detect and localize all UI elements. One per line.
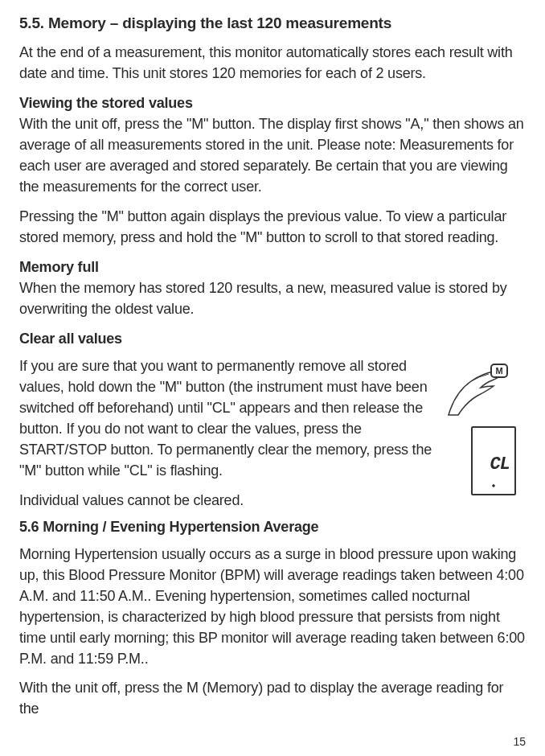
device-display-icon: CL ⬥	[471, 426, 516, 495]
section-heading-5-5: 5.5. Memory – displaying the last 120 me…	[19, 14, 526, 32]
intro-paragraph-5-5: At the end of a measurement, this monito…	[19, 42, 526, 84]
clear-all-values-heading: Clear all values	[19, 331, 526, 347]
viewing-stored-values-heading: Viewing the stored values	[19, 95, 526, 112]
viewing-paragraph-1: With the unit off, press the "M" button.…	[19, 113, 526, 197]
finger-pressing-icon	[447, 360, 526, 417]
section-heading-5-6: 5.6 Morning / Evening Hypertension Avera…	[19, 519, 526, 536]
memory-full-heading: Memory full	[19, 259, 526, 276]
display-indicator-icon: ⬥	[491, 480, 496, 489]
m-button-icon: M	[490, 364, 508, 378]
clear-paragraph-2: Individual values cannot be cleared.	[19, 490, 437, 511]
display-cl-text: CL	[490, 454, 510, 475]
viewing-paragraph-2: Pressing the "M" button again displays t…	[19, 206, 526, 248]
clear-paragraph-1: If you are sure that you want to permane…	[19, 355, 437, 482]
page-number: 15	[513, 735, 526, 748]
text-5-6-paragraph-2: With the unit off, press the M (Memory) …	[19, 677, 526, 719]
memory-full-text: When the memory has stored 120 results, …	[19, 277, 526, 319]
text-5-6-paragraph-1: Morning Hypertension usually occurs as a…	[19, 544, 526, 670]
clear-memory-figure: M CL ⬥	[447, 360, 526, 513]
